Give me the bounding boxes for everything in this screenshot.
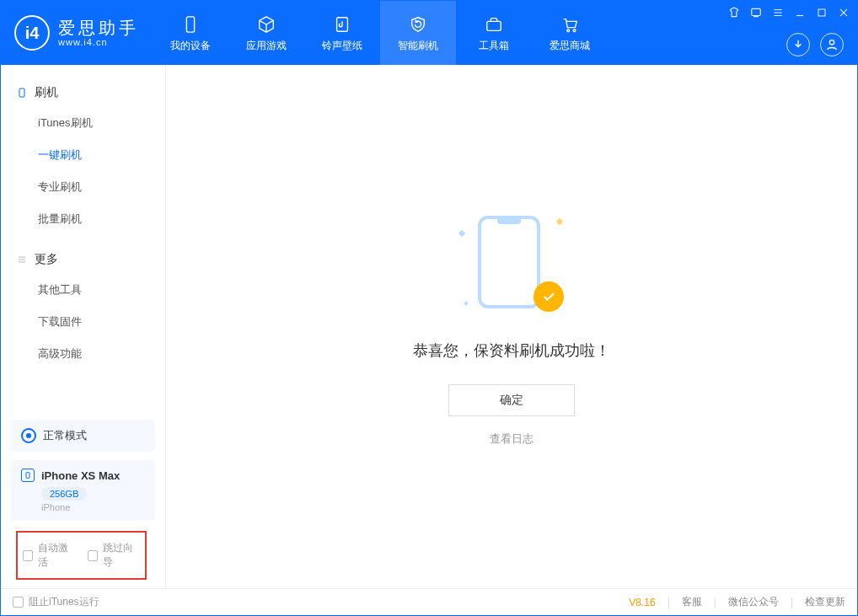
footer: 阻止iTunes运行 V8.16 | 客服 | 微信公众号 | 检查更新 xyxy=(1,588,857,615)
checkbox-label: 跳过向导 xyxy=(103,541,140,570)
body: 刷机 iTunes刷机 一键刷机 专业刷机 批量刷机 更多 其他工具 下载固件 … xyxy=(1,65,857,588)
device-capacity-badge: 256GB xyxy=(41,487,87,501)
success-message: 恭喜您，保资料刷机成功啦！ xyxy=(413,340,610,361)
download-button[interactable] xyxy=(786,33,810,56)
sidebar-group-more[interactable]: 更多 xyxy=(1,245,165,274)
svg-rect-0 xyxy=(186,16,194,31)
sidebar-item-itunes-flash[interactable]: iTunes刷机 xyxy=(1,107,165,139)
tab-ringtones-wallpapers[interactable]: 铃声壁纸 xyxy=(304,1,380,65)
tab-label: 工具箱 xyxy=(479,39,509,53)
tab-toolbox[interactable]: 工具箱 xyxy=(456,1,532,65)
tab-apps-games[interactable]: 应用游戏 xyxy=(228,1,304,65)
ok-button[interactable]: 确定 xyxy=(448,384,575,416)
logo-icon: i4 xyxy=(14,15,50,51)
checkbox-icon xyxy=(88,550,98,561)
checkbox-label: 阻止iTunes运行 xyxy=(29,595,99,609)
logo-text: 爱思助手 www.i4.cn xyxy=(58,19,139,47)
device-icon xyxy=(180,13,201,35)
tab-label: 铃声壁纸 xyxy=(322,39,362,53)
group-title: 更多 xyxy=(35,252,58,267)
checkbox-block-itunes[interactable]: 阻止iTunes运行 xyxy=(13,595,99,609)
checkbox-label: 自动激活 xyxy=(38,541,75,570)
svg-rect-6 xyxy=(818,9,825,16)
sidebar-nav: 刷机 iTunes刷机 一键刷机 专业刷机 批量刷机 更多 其他工具 下载固件 … xyxy=(1,65,165,411)
sidebar-group-flash[interactable]: 刷机 xyxy=(1,78,165,107)
device-mode-label: 正常模式 xyxy=(43,428,87,443)
header-actions xyxy=(786,33,844,56)
music-note-icon xyxy=(331,13,353,35)
check-badge-icon xyxy=(534,281,564,312)
check-update-link[interactable]: 检查更新 xyxy=(805,595,845,609)
header: i4 爱思助手 www.i4.cn 我的设备 应用游戏 铃声壁纸 智能刷机 工具… xyxy=(1,1,857,65)
user-button[interactable] xyxy=(820,33,844,56)
svg-rect-9 xyxy=(26,473,29,479)
phone-outline-icon xyxy=(16,87,28,99)
window-controls xyxy=(727,6,850,19)
menu-icon[interactable] xyxy=(771,6,785,19)
support-link[interactable]: 客服 xyxy=(682,595,702,609)
main-tabs: 我的设备 应用游戏 铃声壁纸 智能刷机 工具箱 爱思商城 xyxy=(153,1,608,65)
device-phone-icon xyxy=(21,469,35,482)
sidebar-bottom: 正常模式 iPhone XS Max 256GB iPhone 自动激活 跳过向… xyxy=(1,411,165,588)
tab-label: 爱思商城 xyxy=(550,39,590,53)
cube-icon xyxy=(255,13,277,35)
toolbox-icon xyxy=(483,13,505,35)
tab-label: 智能刷机 xyxy=(398,39,438,53)
device-name: iPhone XS Max xyxy=(41,469,120,482)
device-card[interactable]: iPhone XS Max 256GB iPhone xyxy=(11,460,155,521)
device-type: iPhone xyxy=(41,502,145,512)
close-icon[interactable] xyxy=(837,6,850,19)
checkbox-skip-guide[interactable]: 跳过向导 xyxy=(88,541,141,570)
checkbox-icon xyxy=(13,597,24,608)
main-content: 恭喜您，保资料刷机成功啦！ 确定 查看日志 xyxy=(166,65,857,588)
list-icon xyxy=(16,254,28,265)
maximize-icon[interactable] xyxy=(815,6,829,19)
version-label: V8.16 xyxy=(629,597,655,608)
minimize-icon[interactable] xyxy=(793,6,807,19)
skin-icon[interactable] xyxy=(727,6,741,19)
flash-options-row: 自动激活 跳过向导 xyxy=(16,531,147,580)
sidebar-item-advanced[interactable]: 高级功能 xyxy=(1,338,165,370)
group-title: 刷机 xyxy=(35,85,58,100)
svg-rect-2 xyxy=(487,21,501,30)
sidebar: 刷机 iTunes刷机 一键刷机 专业刷机 批量刷机 更多 其他工具 下载固件 … xyxy=(1,65,166,588)
tab-my-device[interactable]: 我的设备 xyxy=(153,1,228,65)
app-name-cn: 爱思助手 xyxy=(58,19,139,37)
device-mode-card[interactable]: 正常模式 xyxy=(11,420,155,452)
success-illustration xyxy=(453,207,571,317)
sidebar-item-pro-flash[interactable]: 专业刷机 xyxy=(1,171,165,203)
sidebar-item-batch-flash[interactable]: 批量刷机 xyxy=(1,203,165,235)
app-name-en: www.i4.cn xyxy=(58,37,139,47)
svg-point-4 xyxy=(573,29,576,31)
feedback-icon[interactable] xyxy=(749,6,763,19)
sidebar-item-oneclick-flash[interactable]: 一键刷机 xyxy=(1,139,165,171)
svg-rect-8 xyxy=(19,88,24,97)
refresh-shield-icon xyxy=(407,13,429,35)
svg-point-3 xyxy=(567,29,570,31)
phone-illustration-icon xyxy=(478,216,540,308)
checkbox-icon xyxy=(23,550,33,561)
tab-label: 我的设备 xyxy=(170,39,211,53)
tab-label: 应用游戏 xyxy=(246,39,287,53)
checkbox-auto-activate[interactable]: 自动激活 xyxy=(23,541,76,570)
wechat-link[interactable]: 微信公众号 xyxy=(728,595,779,609)
status-dot-icon xyxy=(21,428,36,443)
svg-rect-5 xyxy=(752,8,761,15)
app-logo: i4 爱思助手 www.i4.cn xyxy=(1,1,153,65)
svg-point-7 xyxy=(829,40,834,45)
tab-smart-flash[interactable]: 智能刷机 xyxy=(380,1,456,65)
sidebar-item-other-tools[interactable]: 其他工具 xyxy=(1,274,165,306)
sidebar-item-download-firmware[interactable]: 下载固件 xyxy=(1,306,165,338)
view-log-link[interactable]: 查看日志 xyxy=(490,431,534,447)
tab-store[interactable]: 爱思商城 xyxy=(532,1,608,65)
cart-icon xyxy=(559,13,581,35)
